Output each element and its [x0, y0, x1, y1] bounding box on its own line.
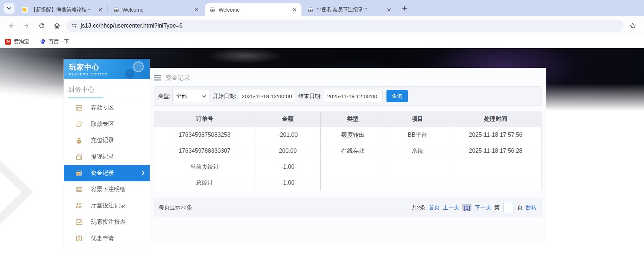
close-icon[interactable] [291, 7, 298, 13]
cell-amount: -1.00 [255, 159, 321, 175]
first-page-link[interactable]: 首页 [429, 204, 440, 211]
forward-button[interactable] [20, 20, 33, 32]
tab-title: Welcome [219, 7, 240, 13]
col-order-no: 订单号 [154, 111, 255, 127]
sidebar-item-withdraw[interactable]: 取款专区 [64, 116, 150, 132]
col-process-time: 处理时间 [450, 111, 541, 127]
tab-video-records[interactable]: :::视讯 会员下注纪录::: [303, 3, 396, 16]
close-icon[interactable] [386, 7, 392, 13]
page-jump-input[interactable] [503, 203, 514, 212]
baidu-paw-icon [40, 39, 46, 45]
back-button[interactable] [5, 20, 17, 32]
chart-icon [75, 218, 83, 226]
search-button[interactable]: 查询 [386, 90, 408, 102]
table-row-grand-total: 总统计 -1.00 [154, 175, 541, 191]
browser-window: 【新提醒】海燕策略论坛 - 综合 Welcome Welcome [0, 0, 644, 276]
col-project: 项目 [385, 111, 450, 127]
sidebar-item-player-bet-report[interactable]: 玩家投注报表 [64, 214, 150, 230]
reload-button[interactable] [36, 20, 48, 32]
type-select[interactable]: 全部 [172, 90, 210, 102]
next-page-link[interactable]: 下一页 [475, 204, 491, 211]
tab-title: :::视讯 会员下注纪录::: [317, 7, 367, 13]
money-bag-icon: ¥ [75, 137, 83, 145]
cell-type: 在线存款 [321, 143, 385, 159]
col-amount: 金额 [255, 111, 321, 127]
svg-text:¥: ¥ [78, 140, 80, 143]
bookmark-star-button[interactable] [627, 20, 639, 32]
type-label: 类型: [158, 93, 170, 100]
new-tab-button[interactable] [400, 3, 410, 13]
cell-amount: -201.00 [255, 127, 321, 143]
type-select-value: 全部 [176, 93, 187, 100]
cell-process-time: 2025-11-18 17:56:28 [450, 143, 541, 159]
pagination-controls: 共2条 首页 上一页 [1] 下一页 第 页 跳转 [412, 203, 537, 212]
sidebar-item-label: 优惠申请 [91, 235, 114, 242]
current-page-indicator: [1] [462, 204, 471, 211]
tab-search-button[interactable] [4, 3, 15, 14]
tab-forum[interactable]: 【新提醒】海燕策略论坛 - 综合 [17, 3, 107, 16]
sidebar-item-lottery-bet-details[interactable]: 彩票下注明细 [64, 181, 150, 198]
list-icon [75, 202, 83, 210]
tab-strip: 【新提醒】海燕策略论坛 - 综合 Welcome Welcome [0, 0, 644, 16]
bookmarks-bar: 淘 爱淘宝 百度一下 [0, 35, 644, 48]
sidebar-item-recharge-records[interactable]: ¥ 充值记录 [64, 132, 150, 149]
sidebar-item-promo-apply[interactable]: ¥ 优惠申请 [64, 230, 150, 247]
home-button[interactable] [51, 20, 63, 32]
tab-title: Welcome [122, 7, 143, 13]
sidebar-section-title: 财务中心 [64, 79, 150, 98]
main-content: 资金记录 类型: 全部 开始日期: 结束日期: 查询 [150, 68, 546, 244]
url-bar[interactable]: js13.cc/hhcp/usercenter.html?iniType=6 [66, 20, 624, 32]
browser-toolbar: js13.cc/hhcp/usercenter.html?iniType=6 [0, 16, 644, 35]
sidebar-menu: 存款专区 取款专区 ¥ 充值记录 [64, 98, 150, 247]
end-date-label: 结束日期: [298, 93, 321, 100]
table-row: 1763459875083253 -201.00 额度转出 BB平台 2025-… [154, 127, 541, 143]
cell-process-time: 2025-11-18 17:57:56 [450, 127, 541, 143]
jump-suffix: 页 [517, 204, 523, 211]
jump-button[interactable]: 跳转 [526, 204, 537, 211]
cell-project: 系统 [385, 143, 450, 159]
sidebar-item-withdrawal-records[interactable]: 提现记录 [64, 149, 150, 165]
yellow-bubble-favicon [22, 7, 28, 13]
sidebar-item-deposit[interactable]: 存款专区 [64, 100, 150, 116]
wallet-icon [75, 153, 83, 161]
filter-bar: 类型: 全部 开始日期: 结束日期: 查询 [154, 86, 542, 106]
sidebar-item-hall-bet-records[interactable]: 厅室投注记录 [64, 198, 150, 214]
close-icon[interactable] [97, 7, 104, 13]
bookmark-baidu[interactable]: 百度一下 [40, 38, 69, 45]
url-text: js13.cc/hhcp/usercenter.html?iniType=6 [81, 22, 183, 29]
sidebar-subtitle: PLAYERS CENTER [69, 73, 150, 76]
svg-text:¥: ¥ [78, 237, 80, 241]
bookmark-taobao[interactable]: 淘 爱淘宝 [5, 38, 29, 45]
background-triangle-inner [0, 165, 22, 219]
tab-divider [397, 5, 397, 12]
chevron-down-icon [7, 7, 11, 10]
page-title: 资金记录 [165, 74, 190, 82]
sidebar-header: 玩家中心 PLAYERS CENTER [64, 59, 150, 79]
poker-chip-decoration [133, 61, 144, 72]
svg-text:$: $ [80, 173, 81, 176]
cell-label: 当前页统计 [154, 159, 255, 175]
col-type: 类型 [321, 111, 385, 127]
home-icon [53, 22, 61, 29]
cell-amount: 200.00 [255, 143, 321, 159]
tab-welcome-1[interactable]: Welcome [109, 3, 203, 16]
sidebar-item-fund-records[interactable]: $ 资金记录 [64, 165, 150, 181]
sidebar-item-label: 存款专区 [91, 104, 114, 112]
forward-icon [23, 22, 30, 29]
table-row-page-total: 当前页统计 -1.00 [154, 159, 541, 175]
deposit-card-icon [75, 104, 83, 112]
hamburger-menu-icon[interactable] [154, 75, 161, 81]
start-date-input[interactable] [238, 90, 295, 102]
reload-icon [38, 22, 45, 29]
tab-welcome-active[interactable]: Welcome [205, 3, 301, 16]
cell-label: 总统计 [154, 175, 255, 191]
web-page: 玩家中心 PLAYERS CENTER 财务中心 存款专区 [0, 48, 644, 276]
sidebar-item-label: 厅室投注记录 [91, 202, 126, 210]
cell-order-no: 1763459788330307 [154, 143, 255, 159]
start-date-label: 开始日期: [213, 93, 236, 100]
end-date-input[interactable] [324, 90, 382, 102]
prev-page-link[interactable]: 上一页 [443, 204, 459, 211]
withdraw-hand-icon [75, 120, 83, 128]
close-icon[interactable] [193, 7, 200, 13]
ticket-icon [75, 186, 83, 194]
